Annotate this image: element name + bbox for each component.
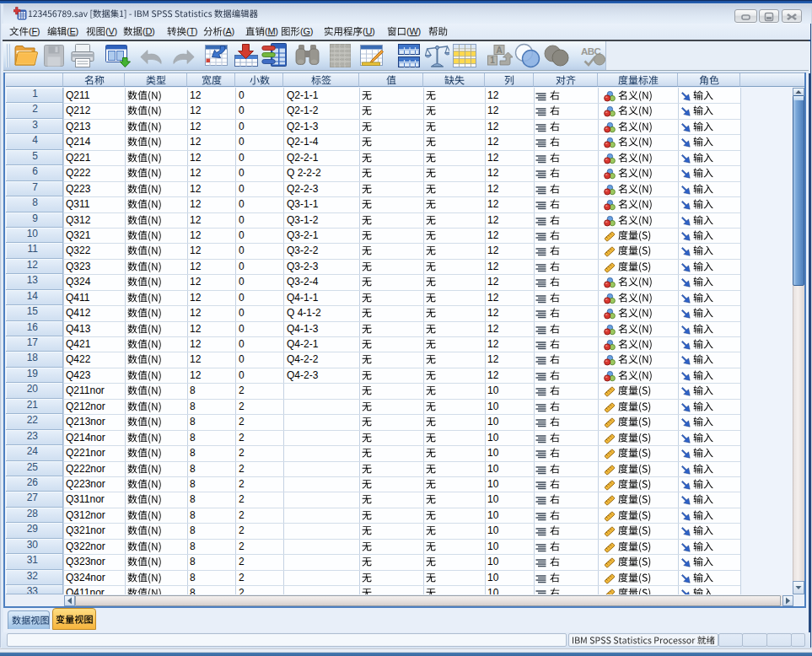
svg-text:1: 1 — [490, 56, 495, 65]
svg-text:A: A — [496, 46, 502, 55]
